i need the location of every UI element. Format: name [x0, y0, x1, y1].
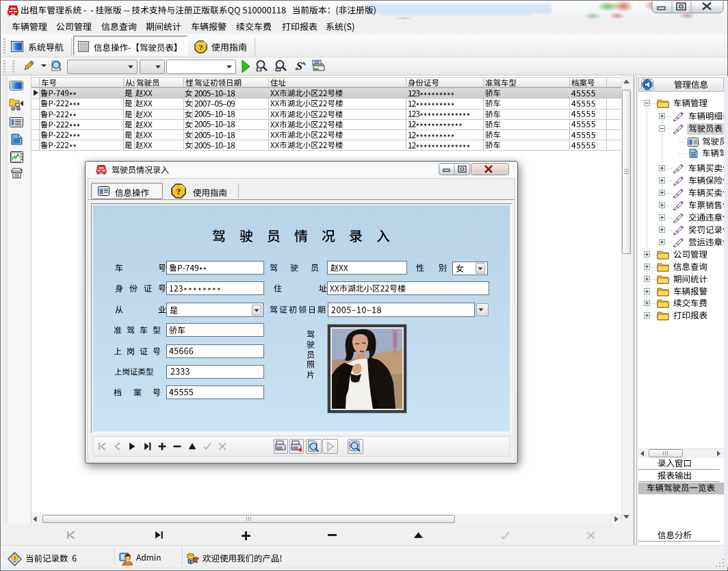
svg-text:!: ! [14, 555, 16, 561]
svg-text:?: ? [177, 186, 181, 196]
svg-text:?: ? [199, 43, 203, 51]
svg-text:S: S [296, 60, 302, 72]
